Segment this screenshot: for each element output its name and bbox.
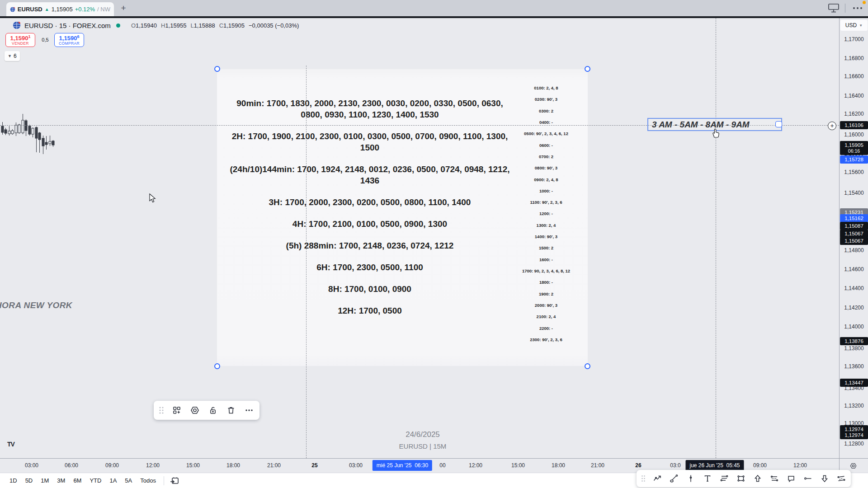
parallel-lines-tool-button[interactable] — [718, 473, 730, 484]
price-tick: 1,14800 — [840, 247, 868, 253]
text-tool-button[interactable] — [702, 473, 713, 484]
watermark-symbol: EURUSD | 15M — [380, 442, 466, 450]
time-tick: 15:00 — [511, 462, 525, 469]
range-button-todos[interactable]: Todos — [136, 475, 160, 486]
unlock-button[interactable] — [207, 404, 219, 416]
time-tick: 09:00 — [105, 462, 119, 469]
text-annotation[interactable]: 3 AM - 5AM - 8AM - 9AM — [647, 118, 782, 131]
channel-icon — [837, 474, 846, 483]
ohlc-pair: C1,15905 — [219, 22, 245, 29]
object-tree-counter[interactable]: ▼ 6 — [5, 51, 20, 61]
time-tick: 21:00 — [591, 462, 604, 469]
ohlc-pair: H1,15955 — [161, 22, 186, 29]
buy-button[interactable]: 1,15906 COMPRAR — [54, 33, 84, 47]
regression-lines-icon — [770, 474, 779, 483]
drawing-handle-bottom-left[interactable] — [214, 363, 220, 369]
arrow-down-tool-button[interactable] — [819, 473, 830, 484]
chart-legend: EURUSD · 15 · FOREX.com O1,15940H1,15955… — [13, 21, 299, 29]
tradingview-window: EURUSD ▲ 1,15905 +0.12% / NW + HORA NEW … — [0, 0, 868, 488]
chart-text-label: HORA NEW YORK — [0, 300, 72, 310]
browser-tab-bar: EURUSD ▲ 1,15905 +0.12% / NW + — [0, 0, 868, 16]
range-button-5d[interactable]: 5D — [21, 475, 37, 486]
market-open-dot — [116, 23, 120, 28]
delete-button[interactable] — [225, 404, 237, 416]
range-button-1d[interactable]: 1D — [5, 475, 21, 486]
trend-line-icon — [670, 474, 679, 483]
add-tab-button[interactable]: + — [118, 3, 128, 13]
tradingview-logo[interactable]: TV — [7, 441, 14, 448]
more-button[interactable] — [243, 404, 255, 416]
legend-symbol-icon — [13, 21, 21, 29]
time-tick: 21:00 — [267, 462, 281, 469]
drag-handle[interactable] — [158, 406, 165, 414]
range-button-3m[interactable]: 3M — [53, 475, 69, 486]
sell-button[interactable]: 1,15901 VENDER — [5, 33, 35, 47]
price-tick: 1,14200 — [840, 305, 868, 311]
topbar-divider — [845, 4, 845, 13]
settings-button[interactable] — [189, 404, 201, 416]
vertical-line-tool-button[interactable] — [685, 473, 697, 484]
time-tick: 09:00 — [753, 462, 767, 469]
legend-title[interactable]: EURUSD · 15 · FOREX.com — [24, 22, 111, 29]
annotation-handle[interactable] — [775, 121, 782, 127]
price-label-black: 1,12974 — [840, 431, 868, 439]
polyline-arrow-icon — [653, 474, 662, 483]
comment-tool-button[interactable] — [785, 473, 797, 484]
axis-settings-icon[interactable] — [849, 462, 857, 469]
range-button-ytd[interactable]: YTD — [85, 475, 105, 486]
price-tick: 1,14600 — [840, 266, 868, 272]
range-button-5a[interactable]: 5A — [121, 475, 136, 486]
price-tick: 1,16200 — [840, 111, 868, 117]
range-button-6m[interactable]: 6M — [69, 475, 85, 486]
chevron-down-icon: ▼ — [8, 54, 12, 58]
price-tick: 1,16600 — [840, 73, 868, 80]
channel-tool-button[interactable] — [835, 473, 847, 484]
sell-label: VENDER — [12, 42, 29, 46]
regression-tool-button[interactable] — [769, 473, 780, 484]
arrow-up-tool-button[interactable] — [752, 473, 764, 484]
drawing-handle-top-right[interactable] — [585, 66, 590, 72]
horizontal-ray-icon — [803, 474, 812, 483]
arrow-down-icon — [820, 474, 829, 483]
layout-icon[interactable] — [828, 3, 840, 14]
unlock-icon — [208, 406, 217, 415]
drawing-handle-top-left[interactable] — [214, 66, 220, 72]
ohlc-pair: L1,15888 — [190, 22, 215, 29]
price-tick: 1,15600 — [840, 169, 868, 175]
price-label-black: 1,13876 — [840, 337, 868, 345]
price-axis[interactable]: USD▼ 1,170001,168001,166001,164001,16200… — [839, 18, 868, 458]
notification-dot — [863, 1, 866, 4]
drawing-handle-bottom-right[interactable] — [585, 363, 590, 369]
parallel-lines-icon — [720, 474, 729, 483]
watermark-date: 24/6/2025 — [380, 430, 466, 439]
time-tick: 12:00 — [146, 462, 160, 469]
price-tick: 1,13200 — [840, 403, 868, 409]
trend-line-tool-button[interactable] — [668, 473, 680, 484]
go-to-date-button[interactable] — [170, 476, 179, 485]
more-icon[interactable] — [851, 3, 864, 14]
currency-selector[interactable]: USD▼ — [840, 20, 868, 31]
price-label-blue: 1,15162 — [840, 214, 868, 222]
ohlc-values: O1,15940H1,15955L1,15888C1,15905−0,00035… — [131, 22, 299, 29]
template-icon — [172, 406, 181, 415]
price-tick: 1,16000 — [840, 131, 868, 138]
more-icon — [245, 406, 254, 415]
price-tick: 1,16800 — [840, 55, 868, 61]
symbol-tab[interactable]: EURUSD ▲ 1,15905 +0.12% / NW — [6, 2, 114, 16]
annotation-text: 3 AM - 5AM - 8AM - 9AM — [652, 120, 750, 130]
polyline-tool-button[interactable] — [651, 473, 663, 484]
rectangle-tool-button[interactable] — [735, 473, 747, 484]
drag-handle[interactable] — [640, 475, 646, 482]
pasted-image-drawing[interactable] — [217, 69, 588, 366]
time-tick: 25 — [311, 462, 317, 469]
range-button-1a[interactable]: 1A — [105, 475, 121, 486]
horizontal-ray-tool-button[interactable] — [802, 473, 814, 484]
tab-suffix: / NW — [97, 6, 110, 13]
tab-symbol: EURUSD — [18, 6, 42, 13]
drawing-object-toolbar — [154, 401, 259, 420]
tab-price: 1,15905 — [52, 6, 73, 13]
price-label-black: 1,15087 — [840, 222, 868, 230]
template-button[interactable] — [171, 404, 183, 416]
add-alert-button[interactable]: + — [828, 122, 836, 130]
range-button-1m[interactable]: 1M — [37, 475, 53, 486]
